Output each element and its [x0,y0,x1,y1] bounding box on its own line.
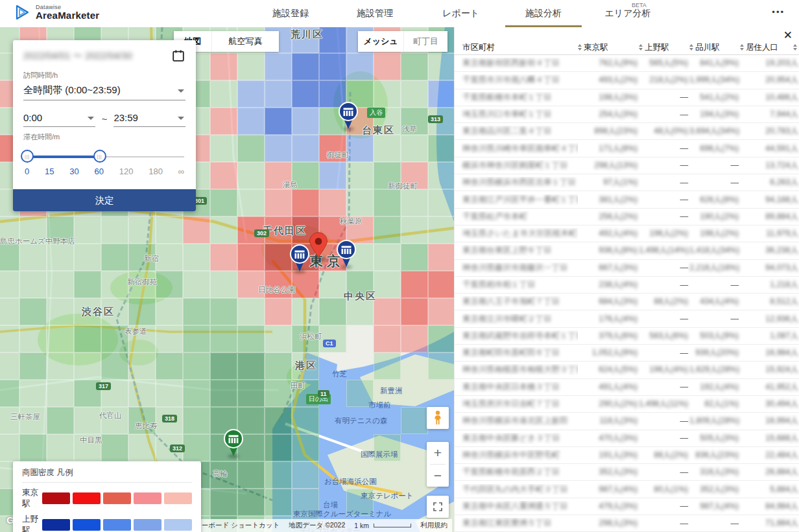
cell-value-masked: 1,629人(28%) [689,365,739,374]
nav-tab-5[interactable]: BETAエリア分析 [586,0,670,27]
sort-icon[interactable] [639,44,643,51]
terms-link[interactable]: 利用規約 [416,519,452,532]
mesh-cell [101,434,128,461]
table-row[interactable]: 東京都中央区八重洲通５丁目479人(3%)—987人(4%)84,984人 [455,498,799,515]
time-band-select[interactable]: 全時間帯 (0:00~23:59) [23,82,185,100]
table-row[interactable]: 東京都品川区二葉４丁目898人(23%)48人(0%)3,694人(34%)20… [455,123,799,140]
close-icon[interactable]: ✕ [783,29,793,42]
column-header-4[interactable]: 品川駅 [689,42,740,53]
cell-address-masked: 東京都武蔵野市吉祥寺本町１丁目 [462,331,578,340]
cell-address-masked: 東京都江東区豊洲５丁目 [462,518,552,527]
nav-tab-4[interactable]: 施設分析 [501,0,586,27]
slider-tick-15[interactable]: 15 [45,167,54,176]
station-pin-ueno-area[interactable] [337,101,359,133]
cell-value-masked: 939人(20%) [695,348,739,357]
cell-value-masked: 118人(3%) [599,416,638,425]
sort-icon[interactable] [689,44,693,51]
column-header-3[interactable]: 上野駅 [639,42,689,53]
mesh-cell [428,298,454,325]
table-row[interactable]: 東京都八王子市旭町７丁目684人(3%)88人(2%)434人(4%)8,512… [455,294,799,310]
zoom-in-button[interactable]: + [427,442,449,464]
table-row[interactable]: 東京都立川市曙町２丁目176人(4%)——12,936人 [455,310,799,327]
slider-tick-∞[interactable]: ∞ [178,167,184,176]
map-type-satellite-button[interactable]: 航空写真 [211,31,279,52]
table-row[interactable]: 千代田区丸の内大手町３丁目987人(4%)80人(1%)352人(3%)5,88… [455,481,799,498]
cell-value-masked: 898人(23%) [594,126,638,135]
map-label: 東京国際クルーズターミナル [293,509,391,519]
sort-icon-extra-column[interactable] [793,44,797,51]
table-row[interactable]: 東京都中央区日本橋３丁目491人(4%)—192人(4%)41,952人 [455,379,799,396]
table-row[interactable]: 千葉県松戸市本町256人(2%)—190人(2%)89,884人 [455,209,799,226]
map-label: 東京テレポート [361,491,414,501]
map-attribution: キーボード ショートカット 地図データ ©2022 1 km 利用規約 [190,519,452,532]
cell-value-masked: 583人(6%) [649,331,688,340]
table-row[interactable]: 千葉県船橋市本町１丁目198人(3%)—541人(2%)10,486人 [455,89,799,106]
slider-tick-120[interactable]: 120 [119,167,134,176]
table-row[interactable]: 神奈川県横浜市中区野毛町191人(3%)88人(2%)836人(23%)22,4… [455,447,799,464]
station-pin-shinagawa[interactable] [222,428,244,461]
mesh-cell [74,407,101,434]
cell-value-masked: 434人(4%) [700,297,739,306]
table-row[interactable]: 千葉県柏市柏１丁目238人(4%)——1,218人 [455,277,799,294]
table-row[interactable]: 神奈川県川崎市幸区南幸町４丁目171人(8%)—696人(7%)44,591人 [455,140,799,157]
mesh-cell [0,434,19,461]
table-row[interactable]: 埼玉県所沢市日吉町７丁目290人(2%)1,498人(11%)82人(1%)30… [455,396,799,413]
nav-tab-2[interactable]: 施設管理 [329,0,420,27]
slider-tick-60[interactable]: 60 [94,167,103,176]
table-row[interactable]: 神奈川県相模原市相模大野３丁目624人(5%)196人(4%)1,629人(28… [455,362,799,378]
table-row[interactable]: 千葉県船橋市前原西２丁目352人(3%)—316人(3%)26,884人 [455,464,799,481]
mode-chome-button[interactable]: 町丁目 [403,31,447,52]
slider-handle-max[interactable] [93,150,106,163]
nav-tab-3[interactable]: レポート [420,0,501,27]
keyboard-shortcuts-link[interactable]: キーボード ショートカット [190,519,284,532]
fullscreen-icon [433,502,443,512]
calendar-icon[interactable] [171,49,185,63]
table-row[interactable]: 東京都江東区豊洲５丁目298人(3%)——71,884人 [455,515,799,532]
table-row[interactable]: 埼玉県さいたま市大宮区桜木町２丁目492人(4%)196人(2%)198人(2%… [455,226,799,242]
table-row[interactable]: 東京都町田市原町田６丁目1,052人(9%)—939人(20%)16,984人 [455,345,799,362]
table-row[interactable]: 東京都新宿区西新宿４丁目762人(9%)565人(5%)841人(9%)19,2… [455,55,799,72]
zoom-out-button[interactable]: − [427,465,449,487]
slider-tick-180[interactable]: 180 [149,167,163,176]
time-to-select[interactable]: 23:59 [113,110,185,127]
mesh-cell [319,162,346,189]
slider-tick-30[interactable]: 30 [69,167,78,176]
mesh-cell [374,80,401,108]
mesh-cell [183,380,210,407]
slider-handle-min[interactable] [21,150,34,163]
table-row[interactable]: 埼玉県川口市幸町１丁目254人(3%)—194人(3%)7,944人 [455,106,799,123]
slider-tick-0[interactable]: 0 [25,167,29,176]
table-row[interactable]: 神奈川県藤沢市南藤沢一丁目667人(3%)—2,216人(16%)94,073人 [455,260,799,277]
table-row[interactable]: 東京都武蔵野市吉祥寺本町１丁目379人(6%)583人(6%)503人(9%)1… [455,328,799,345]
table-row[interactable]: 東京都台東区上野６丁目936人(8%)1,498人(14%)1,418人(34%… [455,242,799,259]
fullscreen-button[interactable] [427,496,449,518]
cell-value-masked: 503人(9%) [700,331,739,340]
mesh-cell [265,434,292,461]
mesh-cell [319,189,346,216]
table-row[interactable]: 千葉県市川市南八幡４丁目493人(2%)218人(2%)1,999人(34%)2… [455,72,799,89]
mode-mesh-button[interactable]: メッシュ [358,31,403,52]
destination-pin[interactable] [309,231,328,262]
cell-value-masked: 5,884人 [770,485,798,494]
table-row[interactable]: 東京都江戸川区平井一番町１丁目381人(2%)—626人(8%)94,188人 [455,191,799,208]
station-pin-tokyo-east[interactable] [335,239,357,272]
apply-button[interactable]: 決定 [13,189,196,211]
station-pin-tokyo-west[interactable] [289,244,311,276]
sort-icon[interactable] [578,44,582,51]
map-canvas[interactable]: 荒川区台東区浅草入谷御徒町新御徒町湯島秋葉原千代田区東京中央区新宿新宿御苑渋谷区… [0,27,454,532]
overflow-menu-icon[interactable]: ••• [772,7,785,17]
table-row[interactable]: 東京都中央区勝どき３丁目470人(3%)—505人(3%)15,688人 [455,430,799,447]
date-range-field[interactable]: 2022/04/01 〜 2022/04/30 [23,50,132,62]
column-label: 東京駅 [584,42,608,53]
table-row[interactable]: 横浜市神奈川区鶴屋町１丁目298人(13%)——13,724人 [455,157,799,174]
sort-icon[interactable] [740,44,744,51]
column-header-2[interactable]: 東京駅 [578,42,639,53]
column-header-5[interactable]: 居住人口 [740,42,799,53]
pegman-button[interactable] [427,407,449,429]
table-row[interactable]: 神奈川県横浜市西区北幸１丁目97人(1%)——6,263人 [455,174,799,191]
nav-tab-1[interactable]: 施設登録 [252,0,329,27]
cell-value-masked: 1,999人(34%) [689,75,739,84]
mesh-cell [183,325,210,353]
table-row[interactable]: 神奈川県横浜市港北区上新田118人(3%)—1,809人(28%)16,994人 [455,413,799,430]
time-from-select[interactable]: 0:00 [23,110,95,127]
